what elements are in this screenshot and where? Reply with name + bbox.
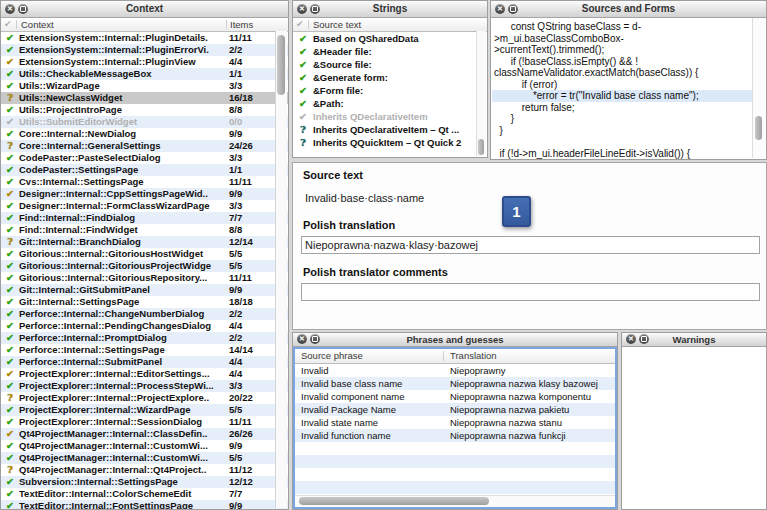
context-row[interactable]: ✔ExtensionSystem::Internal::PluginView4/… [1,56,288,68]
context-row[interactable]: ✔Qt4ProjectManager::Internal::CustomWi..… [1,440,288,452]
context-row[interactable]: ✔Qt4ProjectManager::Internal::ClassDefin… [1,428,288,440]
context-row[interactable]: ✔Utils::WizardPage3/3 [1,80,288,92]
string-row[interactable]: ✔&Path: [293,97,487,110]
context-row[interactable]: ✔Subversion::Internal::SettingsPage12/12 [1,476,288,488]
context-row[interactable]: ✔Git::Internal::GitSubmitPanel9/9 [1,284,288,296]
context-row[interactable]: ✔ProjectExplorer::Internal::SessionDialo… [1,416,288,428]
unfinished-icon: ? [297,123,309,136]
strings-scrollbar[interactable] [476,31,486,156]
string-row[interactable]: ✔&Source file: [293,58,487,71]
context-row[interactable]: ✔Utils::ProjectIntroPage8/8 [1,104,288,116]
string-row[interactable]: ✔&Header file: [293,45,487,58]
context-row[interactable]: ✔ProjectExplorer::Internal::ProcessStepW… [1,380,288,392]
context-row[interactable]: ✔ExtensionSystem::Internal::PluginErrorV… [1,44,288,56]
close-icon[interactable]: ✕ [297,334,307,344]
context-row[interactable]: ?ProjectExplorer::Internal::ProjectExplo… [1,392,288,404]
string-row[interactable]: ✔&Form file: [293,84,487,97]
warnings-titlebar[interactable]: ✕ Warnings [622,333,766,347]
sources-scrollbar[interactable] [752,18,765,158]
context-items-count: 11/12 [229,464,281,476]
context-row[interactable]: ✔Gitorious::Internal::GitoriousRepositor… [1,272,288,284]
context-titlebar[interactable]: ✕ Context [1,1,288,18]
polish-translation-input[interactable] [301,236,760,254]
scrollbar-thumb[interactable] [299,497,489,505]
context-row[interactable]: ✔Find::Internal::FindDialog7/7 [1,212,288,224]
context-row[interactable]: ✔Core::Internal::NewDialog9/9 [1,128,288,140]
source-code-view[interactable]: const QString baseClass = d->m_ui.baseCl… [492,18,753,158]
strings-column-header[interactable]: ✔ Source text [293,18,487,32]
context-row[interactable]: ✔Perforce::Internal::SubmitPanel4/4 [1,356,288,368]
context-row[interactable]: ✔Utils::CheckableMessageBox1/1 [1,68,288,80]
context-column-label[interactable]: Context [21,18,54,31]
close-icon[interactable]: ✕ [626,334,636,344]
phrase-row[interactable]: Invalid component nameNiepoprawna nazwa … [295,390,615,403]
context-column-header[interactable]: ✔ Context Items [1,18,288,32]
context-row[interactable]: ✔CodePaster::SettingsPage1/1 [1,164,288,176]
context-items-count: 7/7 [229,488,281,500]
string-row[interactable]: ?Inherits QQuickItem – Qt Quick 2 [293,136,487,149]
scrollbar-thumb[interactable] [755,116,762,140]
context-row[interactable]: ✔Gitorious::Internal::GitoriousProjectWi… [1,260,288,272]
phrase-row[interactable]: Invalid state nameNiepoprawna nazwa stan… [295,416,615,429]
close-icon[interactable]: ✕ [297,4,307,14]
context-row[interactable]: ✔Designer::Internal::CppSettingsPageWid.… [1,188,288,200]
context-items-count: 0/0 [229,116,281,128]
strings-titlebar[interactable]: ✕ Strings [293,1,487,18]
float-icon[interactable] [639,334,649,344]
context-row[interactable]: ?Utils::NewClassWidget16/18 [1,92,288,104]
context-row[interactable]: ?Git::Internal::BranchDialog12/14 [1,236,288,248]
context-row[interactable]: ✔ExtensionSystem::Internal::PluginDetail… [1,32,288,44]
context-row[interactable]: ✔Utils::SubmitEditorWidget0/0 [1,116,288,128]
context-row[interactable]: ✔Perforce::Internal::PendingChangesDialo… [1,320,288,332]
context-row[interactable]: ✔CodePaster::PasteSelectDialog3/3 [1,152,288,164]
context-row[interactable]: ✔ProjectExplorer::Internal::EditorSettin… [1,368,288,380]
scrollbar-thumb[interactable] [277,35,285,95]
context-row[interactable]: ✔TextEditor::Internal::ColorSchemeEdit7/… [1,488,288,500]
context-row[interactable]: ✔Cvs::Internal::SettingsPage11/11 [1,176,288,188]
translator-comments-input[interactable] [301,283,760,301]
phrases-horizontal-scrollbar[interactable] [295,495,615,507]
context-row[interactable]: ✔ProjectExplorer::Internal::WizardPage5/… [1,404,288,416]
scrollbar-thumb[interactable] [478,139,484,155]
phrase-row[interactable]: Invalid Package NameNiepoprawna nazwa pa… [295,403,615,416]
phrase-row[interactable]: InvalidNiepoprawny [295,364,615,377]
phrases-titlebar[interactable]: ✕ Phrases and guesses [293,333,617,347]
items-column-label[interactable]: Items [230,18,253,31]
context-items-count: 20/22 [229,392,281,404]
phrase-translation: Niepoprawna nazwa pakietu [450,403,611,416]
context-row[interactable]: ✔Designer::Internal::FormClassWizardPage… [1,200,288,212]
code-line [492,136,753,148]
phrases-column-header[interactable]: Source phrase Translation [295,349,615,364]
float-icon[interactable] [18,4,28,14]
context-row[interactable]: ✔Git::Internal::SettingsPage18/18 [1,296,288,308]
string-row[interactable]: ?Inherits QDeclarativeItem – Qt ... [293,123,487,136]
context-row[interactable]: ✔Qt4ProjectManager::Internal::CustomWi..… [1,452,288,464]
translation-column-label[interactable]: Translation [450,349,497,363]
context-row[interactable]: ✔TextEditor::Internal::FontSettingsPage9… [1,500,288,510]
context-row[interactable]: ✔Perforce::Internal::SettingsPage14/14 [1,344,288,356]
context-row[interactable]: ?Core::Internal::GeneralSettings24/26 [1,140,288,152]
close-icon[interactable]: ✕ [495,4,505,14]
phrase-row[interactable]: Invalid base class nameNiepoprawna nazwa… [295,377,615,390]
float-icon[interactable] [508,4,518,14]
context-items-count: 5/5 [229,248,281,260]
context-row[interactable]: ✔Find::Internal::FindWidget8/8 [1,224,288,236]
source-phrase-column-label[interactable]: Source phrase [301,349,363,363]
float-icon[interactable] [310,334,320,344]
context-name: Perforce::Internal::SubmitPanel [19,356,224,368]
context-row[interactable]: ✔Gitorious::Internal::GitoriousHostWidge… [1,248,288,260]
string-row[interactable]: ✔&Generate form: [293,71,487,84]
float-icon[interactable] [310,4,320,14]
context-row[interactable]: ✔Perforce::Internal::ChangeNumberDialog2… [1,308,288,320]
sources-titlebar[interactable]: ✕ Sources and Forms [491,1,766,18]
phrase-row[interactable]: Invalid function nameNiepoprawna nazwa f… [295,429,615,442]
context-row[interactable]: ?Qt4ProjectManager::Internal::Qt4Project… [1,464,288,476]
context-scrollbar[interactable] [275,31,287,508]
context-row[interactable]: ✔Perforce::Internal::PromptDialog2/2 [1,332,288,344]
phrases-and-guesses-panel: ✕ Phrases and guesses Source phrase Tran… [292,332,618,510]
string-row[interactable]: ✔Based on QSharedData [293,32,487,45]
source-text-column-label[interactable]: Source text [313,18,361,31]
context-name: ExtensionSystem::Internal::PluginView [19,56,224,68]
close-icon[interactable]: ✕ [5,4,15,14]
string-row[interactable]: ✔Inherits QDeclarativeItem [293,110,487,123]
